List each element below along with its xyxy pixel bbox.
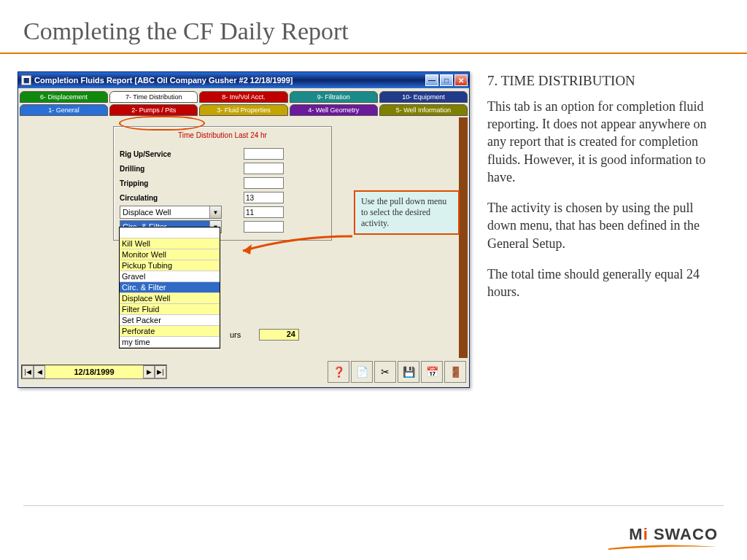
panel-title: Time Distribution Last 24 hr <box>120 131 325 139</box>
dropdown-item[interactable]: Monitor Well <box>120 249 220 260</box>
help-button[interactable]: ❓ <box>328 361 349 383</box>
tabs-row-1: 6- Displacement7- Time Distribution8- In… <box>20 91 468 103</box>
activity-value-1[interactable] <box>244 206 284 218</box>
time-input[interactable] <box>244 192 284 203</box>
dropdown-item[interactable]: Perforate <box>120 326 220 337</box>
time-label: Drilling <box>120 165 222 173</box>
calendar-button[interactable]: 📅 <box>421 361 443 383</box>
app-body: 6- Displacement7- Time Distribution8- In… <box>18 88 469 387</box>
activity-value-2[interactable] <box>244 221 284 233</box>
explanation-column: 7. TIME DISTRIBUTION This tab is an opti… <box>487 71 724 388</box>
combo-text: Displace Well <box>120 206 209 218</box>
logo-swoosh <box>608 544 718 550</box>
record-navigator: |◀ ◀ 12/18/1999 ▶ ▶| ❓ 📄 ✂ 💾 📅 🚪 <box>21 361 466 383</box>
paragraph-1: This tab is an option for completion flu… <box>487 98 724 186</box>
time-row: Drilling <box>120 161 325 176</box>
time-label: Circulating <box>120 194 222 202</box>
dropdown-item[interactable]: Displace Well <box>120 293 220 304</box>
dropdown-item[interactable] <box>120 228 220 238</box>
dropdown-item[interactable]: Kill Well <box>120 238 220 249</box>
slide-title: Completing the CF Daily Report <box>0 0 747 52</box>
export-button[interactable]: 📄 <box>351 361 373 383</box>
tab-9-filtration[interactable]: 9- Filtration <box>290 91 378 103</box>
app-window: ▦ Completion Fluids Report [ABC Oil Comp… <box>18 71 470 388</box>
save-button[interactable]: 💾 <box>398 361 419 383</box>
tab-6-displacement[interactable]: 6- Displacement <box>20 91 108 103</box>
paragraph-2: The activity is chosen by using the pull… <box>487 199 724 252</box>
minimize-button[interactable]: — <box>425 74 438 86</box>
callout-box: Use the pull down menu to select the des… <box>354 190 460 235</box>
svg-marker-0 <box>243 244 252 254</box>
nav-date-text: 12/18/1999 <box>45 368 143 376</box>
tabs-row-2: 1- General2- Pumps / Pits3- Fluid Proper… <box>20 104 468 116</box>
nav-first-button[interactable]: |◀ <box>22 365 34 378</box>
window-titlebar: ▦ Completion Fluids Report [ABC Oil Comp… <box>18 72 469 88</box>
time-input[interactable] <box>244 177 284 189</box>
cut-button[interactable]: ✂ <box>374 361 396 383</box>
side-strip <box>459 117 468 358</box>
date-navigator: |◀ ◀ 12/18/1999 ▶ ▶| <box>21 365 167 379</box>
nav-next-button[interactable]: ▶ <box>143 365 155 378</box>
dropdown-item[interactable]: Circ. & Filter <box>120 282 220 293</box>
time-distribution-panel: Time Distribution Last 24 hr Rig Up/Serv… <box>113 126 332 241</box>
tab-1-general[interactable]: 1- General <box>20 104 108 116</box>
time-row: Circulating <box>120 190 325 205</box>
close-button[interactable]: ✕ <box>454 74 468 86</box>
total-row: urs 24 <box>230 329 299 341</box>
maximize-button[interactable]: □ <box>440 74 453 86</box>
tab-8-inv-vol-acct-[interactable]: 8- Inv/Vol Acct. <box>199 91 287 103</box>
tab-3-fluid-properties[interactable]: 3- Fluid Properties <box>199 104 287 116</box>
total-label: urs <box>230 330 259 339</box>
tab-4-well-geometry[interactable]: 4- Well Geometry <box>290 104 378 116</box>
paragraph-3: The total time should generally equal 24… <box>487 265 724 301</box>
nav-prev-button[interactable]: ◀ <box>34 365 45 378</box>
tab-7-time-distribution[interactable]: 7- Time Distribution <box>109 91 198 103</box>
chevron-down-icon[interactable]: ▼ <box>209 206 221 218</box>
tab-2-pumps-pits[interactable]: 2- Pumps / Pits <box>109 104 198 116</box>
time-input[interactable] <box>244 148 284 160</box>
window-title: Completion Fluids Report [ABC Oil Compan… <box>34 76 293 85</box>
exit-button[interactable]: 🚪 <box>444 361 466 383</box>
dropdown-item[interactable]: Filter Fluid <box>120 304 220 315</box>
time-label: Tripping <box>120 179 222 187</box>
tab-5-well-information[interactable]: 5- Well Information <box>379 104 468 116</box>
dropdown-item[interactable]: Set Packer <box>120 315 220 326</box>
time-row: Tripping <box>120 176 325 190</box>
time-label: Rig Up/Service <box>120 150 222 158</box>
footer-divider <box>23 505 724 506</box>
total-hours: 24 <box>259 329 299 341</box>
activity-combo-1[interactable]: Displace Well ▼ <box>120 206 222 219</box>
section-heading: 7. TIME DISTRIBUTION <box>487 71 724 90</box>
dropdown-item[interactable]: my time <box>120 337 220 348</box>
dropdown-item[interactable]: Pickup Tubing <box>120 260 220 271</box>
brand-logo: Mi SWACO <box>629 525 718 544</box>
dropdown-item[interactable]: Gravel <box>120 271 220 282</box>
time-input[interactable] <box>244 163 284 174</box>
tab-10-equipment[interactable]: 10- Equipment <box>379 91 468 103</box>
nav-last-button[interactable]: ▶| <box>155 365 166 378</box>
time-row: Rig Up/Service <box>120 147 325 161</box>
app-icon: ▦ <box>21 75 31 85</box>
activity-dropdown[interactable]: Kill WellMonitor WellPickup TubingGravel… <box>119 227 220 349</box>
